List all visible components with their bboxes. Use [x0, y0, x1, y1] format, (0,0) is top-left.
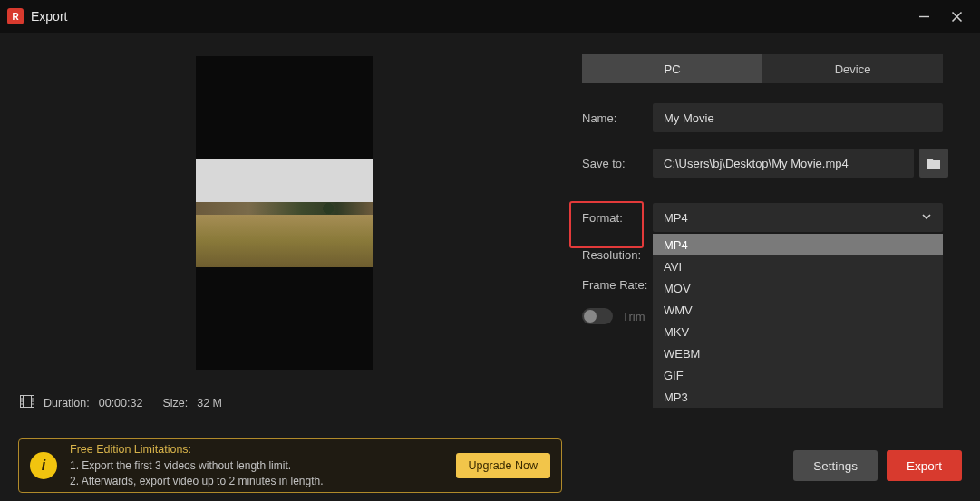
resolution-label: Resolution:: [582, 248, 653, 262]
format-option-mov[interactable]: MOV: [653, 277, 943, 299]
title-bar: R Export: [0, 0, 980, 33]
format-option-webm[interactable]: WEBM: [653, 342, 943, 364]
format-select[interactable]: MP4: [653, 203, 943, 232]
export-form: PC Device Name: Save to: Format: MP4: [562, 33, 980, 430]
export-button[interactable]: Export: [887, 450, 962, 481]
info-icon: i: [30, 452, 57, 479]
chevron-down-icon: [921, 211, 932, 225]
format-dropdown: MP4 AVI MOV WMV MKV WEBM GIF MP3: [653, 234, 943, 408]
name-input[interactable]: [653, 103, 943, 132]
film-icon: [20, 395, 34, 410]
export-tabs: PC Device: [582, 54, 943, 83]
size-label: Size:: [162, 397, 188, 409]
name-label: Name:: [582, 111, 653, 125]
saveto-input[interactable]: [653, 149, 914, 178]
limitations-line2: 2. Afterwards, export video up to 2 minu…: [70, 474, 324, 489]
video-preview: [196, 56, 373, 370]
format-label: Format:: [582, 211, 653, 225]
tab-device[interactable]: Device: [762, 54, 943, 83]
tab-pc[interactable]: PC: [582, 54, 762, 83]
format-option-wmv[interactable]: WMV: [653, 299, 943, 321]
format-option-mkv[interactable]: MKV: [653, 321, 943, 342]
close-button[interactable]: [940, 0, 973, 33]
size-value: 32 M: [197, 397, 222, 409]
format-option-mp3[interactable]: MP3: [653, 386, 943, 408]
video-meta: Duration: 00:00:32 Size: 32 M: [20, 395, 222, 410]
saveto-label: Save to:: [582, 157, 653, 170]
browse-folder-button[interactable]: [919, 149, 948, 178]
preview-panel: Duration: 00:00:32 Size: 32 M: [0, 33, 562, 430]
saveto-row: Save to:: [582, 149, 958, 178]
limitations-line1: 1. Export the first 3 videos without len…: [70, 458, 324, 474]
trim-label: Trim: [622, 310, 645, 323]
format-row: Format: MP4 MP4 AVI MOV WMV MKV WEBM GIF: [582, 203, 958, 232]
limitations-box: i Free Edition Limitations: 1. Export th…: [18, 438, 562, 493]
framerate-label: Frame Rate:: [582, 278, 664, 292]
duration-label: Duration:: [44, 397, 90, 409]
format-option-gif[interactable]: GIF: [653, 364, 943, 386]
format-option-avi[interactable]: AVI: [653, 255, 943, 277]
video-thumbnail: [196, 159, 373, 267]
app-logo: R: [7, 8, 24, 24]
format-option-mp4[interactable]: MP4: [653, 234, 943, 255]
trim-toggle[interactable]: [582, 308, 613, 324]
format-selected-value: MP4: [664, 211, 688, 225]
upgrade-button[interactable]: Upgrade Now: [456, 453, 550, 478]
settings-button[interactable]: Settings: [793, 450, 878, 481]
duration-value: 00:00:32: [99, 397, 143, 409]
footer: i Free Edition Limitations: 1. Export th…: [0, 430, 980, 501]
limitations-title: Free Edition Limitations:: [70, 442, 324, 458]
name-row: Name:: [582, 103, 958, 132]
minimize-button[interactable]: [907, 0, 940, 33]
window-title: Export: [31, 9, 67, 24]
